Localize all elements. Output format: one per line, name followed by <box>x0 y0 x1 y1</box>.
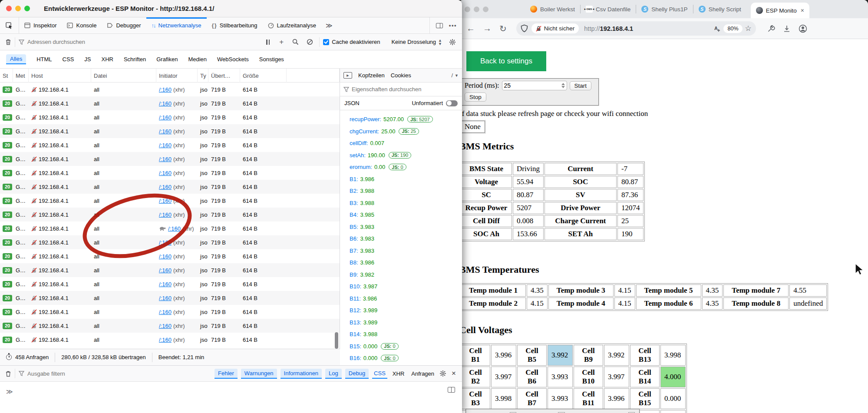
json-property-row[interactable]: B1:3.986 <box>350 173 462 185</box>
request-row[interactable]: 20G…192.168.4.1all/:160(xhr)jso719 B614 … <box>0 194 340 208</box>
cache-disable-checkbox[interactable] <box>323 39 329 45</box>
minimize-window-button[interactable] <box>474 7 479 12</box>
zoom-level-badge[interactable]: 80% <box>723 24 742 33</box>
json-property-row[interactable]: B11:3.986 <box>350 293 462 305</box>
console-filter-debug[interactable]: Debug <box>345 369 369 379</box>
request-row[interactable]: 20G…192.168.4.1all/:160(xhr)jso719 B614 … <box>0 249 340 263</box>
profile-avatar-icon[interactable] <box>799 24 807 33</box>
column-header[interactable]: Initiator <box>156 69 198 83</box>
console-settings-gear-icon[interactable] <box>439 370 446 377</box>
request-row[interactable]: 20G…192.168.4.1all/:160(xhr)jso719 B614 … <box>0 277 340 291</box>
request-row[interactable]: 20G…192.168.4.1all/:160(xhr)jso719 B614 … <box>0 319 340 333</box>
request-row[interactable]: 20G…192.168.4.1all/:160(xhr)jso719 B614 … <box>0 333 340 347</box>
raw-toggle-switch[interactable] <box>446 100 458 106</box>
translate-icon[interactable]: A <box>713 25 721 33</box>
json-property-row[interactable]: B8:3.986 <box>350 257 462 269</box>
security-badge[interactable]: Nicht sicher <box>531 23 579 33</box>
clear-console-trash-icon[interactable] <box>5 370 11 377</box>
filter-tab-html[interactable]: HTML <box>36 56 52 63</box>
request-row[interactable]: 20G…192.168.4.1all/:160(xhr)jso719 B614 … <box>0 221 340 235</box>
back-to-settings-button[interactable]: Back to settings <box>466 51 546 71</box>
json-property-row[interactable]: B6:3.983 <box>350 233 462 245</box>
url-text[interactable]: http://192.168.4.1 <box>584 25 713 32</box>
none-button[interactable]: None <box>460 121 485 133</box>
request-row[interactable]: 20G…192.168.4.1all/:160(xhr)jso719 B614 … <box>0 138 340 152</box>
console-filter-anfragen[interactable]: Anfragen <box>409 369 436 378</box>
bookmark-star-icon[interactable]: ☆ <box>745 24 752 33</box>
new-request-plus-icon[interactable]: + <box>279 38 284 46</box>
download-icon[interactable] <box>783 25 791 33</box>
request-row[interactable]: 20G…192.168.4.1all/:160(xhr)jso719 B614 … <box>0 166 340 180</box>
request-row[interactable]: 20G…192.168.4.1all/:160(xhr)jso719 B614 … <box>0 291 340 305</box>
console-filter-css[interactable]: CSS <box>372 369 387 379</box>
console-filter-warnungen[interactable]: Warnungen <box>241 369 277 379</box>
wrench-icon[interactable] <box>767 25 775 33</box>
initiator-link[interactable]: /:160 <box>159 170 172 176</box>
address-bar[interactable]: Nicht sicher http://192.168.4.1 A 80% ☆ <box>516 21 756 36</box>
period-input[interactable]: 25 <box>502 81 567 90</box>
pause-traffic-icon[interactable] <box>266 40 270 45</box>
close-window-button[interactable] <box>465 7 470 12</box>
filter-tab-schriften[interactable]: Schriften <box>124 56 146 63</box>
tab-konsole[interactable]: Konsole <box>62 17 102 33</box>
initiator-link[interactable]: /:160 <box>159 211 172 218</box>
filter-tab-sonstiges[interactable]: Sonstiges <box>259 56 284 63</box>
search-icon[interactable] <box>292 39 299 45</box>
request-row[interactable]: 20G…192.168.4.1all/:160(xhr)jso719 B614 … <box>0 110 340 124</box>
clear-requests-trash-icon[interactable] <box>5 39 11 45</box>
console-filter-input[interactable]: Ausgabe filtern <box>27 370 65 377</box>
request-row[interactable]: 20G…192.168.4.1all/:160(xhr)jso719 B614 … <box>0 83 340 96</box>
filter-tab-xhr[interactable]: XHR <box>101 56 113 63</box>
maximize-window-button[interactable] <box>483 7 488 12</box>
console-filter-informationen[interactable]: Informationen <box>281 369 322 379</box>
back-icon[interactable]: ← <box>466 23 475 33</box>
network-settings-gear-icon[interactable] <box>449 39 456 46</box>
column-header[interactable]: Größe <box>240 69 287 83</box>
json-property-row[interactable]: B12:3.989 <box>350 304 462 317</box>
more-tabs-chevron-icon[interactable]: ≫ <box>326 22 333 30</box>
request-row[interactable]: 20G…192.168.4.1all/:160(xhr)jso719 B614 … <box>0 152 340 166</box>
initiator-link[interactable]: /:160 <box>159 337 172 343</box>
block-requests-icon[interactable] <box>307 39 313 45</box>
overflow-tab[interactable]: / <box>451 72 453 79</box>
request-row[interactable]: 20G…192.168.4.1all/:160(xhr)jso719 B614 … <box>0 235 340 249</box>
initiator-link[interactable]: /:160 <box>159 184 172 190</box>
console-output-area[interactable]: ≫ <box>0 382 462 413</box>
tab-kopfzeilen[interactable]: Kopfzeilen <box>358 72 385 79</box>
request-table-header[interactable]: StMetHostDateiInitiatorTyÜbert…Größe <box>0 69 340 83</box>
tab-shelly-script[interactable]: S Shelly Script <box>693 0 746 18</box>
tab-netzwerkanalyse[interactable]: ↑↓ Netzwerkanalyse <box>146 17 207 33</box>
json-property-row[interactable]: B15:0.000JS: 0 <box>350 340 462 353</box>
initiator-link[interactable]: /:160 <box>168 225 181 232</box>
initiator-link[interactable]: /:160 <box>159 323 172 329</box>
initiator-link[interactable]: /:160 <box>159 156 172 162</box>
json-property-row[interactable]: chgCurrent:25.00JS: 25 <box>350 126 462 138</box>
json-property-row[interactable]: recupPower:5207.00JS: 5207 <box>350 113 462 126</box>
initiator-link[interactable]: /:160 <box>159 239 172 246</box>
throttling-select[interactable]: Keine Drosselung ▲▼ <box>391 39 442 46</box>
initiator-link[interactable]: /:160 <box>159 309 172 315</box>
reload-icon[interactable]: ↻ <box>499 23 507 34</box>
initiator-link[interactable]: /:160 <box>159 253 172 260</box>
tab-esp-monitor[interactable]: ESP Monito × <box>751 3 809 18</box>
tab-boiler-werkstatt[interactable]: Boiler Werkst <box>525 0 580 18</box>
scrollbar-thumb[interactable] <box>335 332 338 349</box>
close-window-button[interactable] <box>6 6 12 11</box>
request-row[interactable]: 20G…192.168.4.1all/:160(xhr)jso719 B614 … <box>0 305 340 319</box>
tab-shelly-plus1p[interactable]: S Shelly Plus1P <box>636 0 693 18</box>
filter-tab-css[interactable]: CSS <box>63 56 74 63</box>
devtools-menu-icon[interactable]: ••• <box>449 22 457 29</box>
filter-tab-websockets[interactable]: WebSockets <box>217 56 249 63</box>
stop-button[interactable]: Stop <box>465 93 486 102</box>
initiator-link[interactable]: /:160 <box>159 86 172 93</box>
column-header[interactable]: Host <box>29 69 91 83</box>
initiator-link[interactable]: /:160 <box>159 267 172 274</box>
shield-icon[interactable] <box>521 24 528 33</box>
column-header[interactable]: Met <box>13 69 29 83</box>
initiator-link[interactable]: /:160 <box>159 142 172 149</box>
json-property-row[interactable]: B14:3.988 <box>350 328 462 340</box>
minimize-window-button[interactable] <box>15 6 21 11</box>
tab-stilbearbeitung[interactable]: { } Stilbearbeitung <box>207 17 263 33</box>
filter-tab-grafiken[interactable]: Grafiken <box>156 56 178 63</box>
initiator-link[interactable]: /:160 <box>159 281 172 287</box>
